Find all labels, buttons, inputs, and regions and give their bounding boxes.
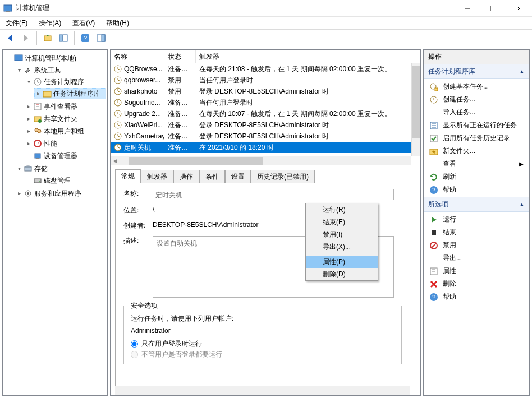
action-refresh[interactable]: 刷新 bbox=[424, 170, 529, 183]
action-icon bbox=[429, 215, 438, 224]
close-button[interactable] bbox=[506, 0, 532, 17]
svg-rect-6 bbox=[44, 36, 51, 41]
task-trigger: 登录 DESKTOP-8E5SLCH\Administrator 时 bbox=[196, 132, 411, 141]
forward-button[interactable] bbox=[19, 31, 33, 45]
svg-rect-1 bbox=[6, 11, 10, 12]
action-icon bbox=[429, 121, 438, 130]
svg-text:?: ? bbox=[432, 187, 435, 193]
actions-pane: 操作 任务计划程序库▲ 创建基本任务...创建任务...导入任务...显示所有正… bbox=[423, 49, 530, 396]
minimize-button[interactable] bbox=[455, 0, 480, 17]
actions-section-selected[interactable]: 所选项 bbox=[428, 200, 448, 209]
menu-help[interactable]: 帮助(H) bbox=[104, 18, 131, 29]
ctx-disable[interactable]: 禁用(I) bbox=[306, 228, 378, 240]
event-icon bbox=[33, 102, 42, 111]
action-create-task[interactable]: 创建任务... bbox=[424, 93, 529, 106]
tab-general[interactable]: 常规 bbox=[115, 169, 141, 183]
task-row[interactable]: 定时关机准备就绪在 2021/3/10 的 18:20 时 bbox=[111, 142, 411, 153]
action-selected-disable[interactable]: 禁用 bbox=[424, 239, 529, 252]
tools-icon bbox=[24, 66, 33, 75]
action-selected-end[interactable]: 结束 bbox=[424, 226, 529, 239]
detail-horizontal-scrollbar[interactable] bbox=[115, 386, 410, 395]
actions-section-library[interactable]: 任务计划程序库 bbox=[428, 67, 475, 76]
ctx-export[interactable]: 导出(X)... bbox=[306, 240, 378, 253]
action-label: 帮助 bbox=[443, 292, 456, 302]
clock-icon bbox=[114, 87, 122, 95]
svg-rect-3 bbox=[490, 6, 496, 11]
col-header-state[interactable]: 状态 bbox=[164, 50, 196, 63]
tree-local-users[interactable]: 本地用户和组 bbox=[44, 126, 84, 136]
up-button[interactable] bbox=[41, 31, 54, 45]
task-row[interactable]: SogouIme...准备就绪当任何用户登录时 bbox=[111, 97, 411, 108]
action-icon: ? bbox=[429, 186, 438, 195]
tree-scheduler-library[interactable]: 任务计划程序库 bbox=[53, 89, 100, 99]
tree-device-manager[interactable]: 设备管理器 bbox=[44, 151, 77, 161]
action-help[interactable]: ?帮助 bbox=[424, 183, 529, 196]
show-hide-tree-button[interactable] bbox=[57, 31, 70, 45]
ctx-delete[interactable]: 删除(D) bbox=[306, 268, 378, 280]
tree-event-viewer[interactable]: 事件查看器 bbox=[44, 101, 77, 112]
tree-tools[interactable]: 系统工具 bbox=[34, 65, 61, 75]
action-selected-export[interactable]: 导出... bbox=[424, 252, 529, 265]
action-label: 属性 bbox=[443, 266, 456, 276]
menu-file[interactable]: 文件(F) bbox=[3, 18, 30, 29]
action-import-task[interactable]: 导入任务... bbox=[424, 106, 529, 119]
task-row[interactable]: XiaoWeiPri...准备就绪登录 DESKTOP-8E5SLCH\Admi… bbox=[111, 119, 411, 131]
task-row[interactable]: sharkphoto禁用登录 DESKTOP-8E5SLCH\Administr… bbox=[111, 86, 411, 97]
field-name[interactable]: 定时关机 bbox=[153, 189, 394, 200]
radio-logged-on-only[interactable] bbox=[131, 340, 138, 348]
help-button[interactable]: ? bbox=[79, 31, 92, 45]
grid-vertical-scrollbar[interactable] bbox=[411, 63, 420, 156]
tree-disk-mgmt[interactable]: 磁盘管理 bbox=[44, 175, 71, 186]
collapse-icon[interactable]: ▲ bbox=[519, 201, 525, 207]
task-row[interactable]: Upgrade 2...准备就绪在每天的 10:07 - 触发后，在 1 天 期… bbox=[111, 108, 411, 119]
tree-performance[interactable]: 性能 bbox=[44, 138, 57, 149]
action-new-folder[interactable]: ★新文件夹... bbox=[424, 145, 529, 158]
svg-rect-60 bbox=[435, 88, 438, 91]
ctx-run[interactable]: 运行(R) bbox=[306, 203, 378, 216]
tree-services[interactable]: 服务和应用程序 bbox=[34, 188, 81, 198]
action-icon bbox=[429, 267, 438, 276]
radio-any-logon bbox=[131, 351, 138, 358]
action-selected-help[interactable]: ?帮助 bbox=[424, 290, 529, 303]
task-state: 准备就绪 bbox=[164, 64, 196, 74]
security-options-group: 安全选项 运行任务时，请使用下列用户帐户: Administrator 只在用户… bbox=[123, 306, 402, 364]
action-enable-history[interactable]: 启用所有任务历史记录 bbox=[424, 132, 529, 145]
svg-rect-28 bbox=[36, 158, 39, 159]
clock-icon bbox=[114, 144, 122, 151]
col-header-name[interactable]: 名称 bbox=[111, 50, 164, 63]
action-icon: ★ bbox=[429, 147, 438, 156]
task-row[interactable]: YxhGametray准备就绪登录 DESKTOP-8E5SLCH\Admini… bbox=[111, 131, 411, 142]
action-label: 创建任务... bbox=[443, 95, 475, 104]
grid-horizontal-scrollbar[interactable]: ◄ bbox=[111, 156, 411, 165]
task-row[interactable]: QQBrowse...准备就绪在每天的 21:08 - 触发后，在 1 天 期间… bbox=[111, 63, 411, 75]
menu-view[interactable]: 查看(V) bbox=[70, 18, 97, 29]
action-selected-run[interactable]: 运行 bbox=[424, 213, 529, 226]
action-show-running[interactable]: 显示所有正在运行的任务 bbox=[424, 119, 529, 132]
svg-rect-8 bbox=[63, 35, 67, 41]
back-button[interactable] bbox=[3, 31, 17, 45]
toggle-pane-button[interactable] bbox=[94, 31, 108, 45]
tree-scheduler[interactable]: 任务计划程序 bbox=[44, 77, 84, 87]
task-grid[interactable]: 名称 状态 触发器 QQBrowse...准备就绪在每天的 21:08 - 触发… bbox=[111, 50, 420, 165]
action-view-submenu[interactable]: 查看▶ bbox=[424, 158, 529, 170]
label-name: 名称: bbox=[123, 189, 153, 198]
task-trigger: 在每天的 10:07 - 触发后，在 1 天 期间每隔 02:00:00 重复一… bbox=[196, 109, 411, 119]
tree-storage[interactable]: 存储 bbox=[34, 164, 48, 174]
collapse-icon[interactable]: ▲ bbox=[519, 68, 525, 75]
tree-root[interactable]: 计算机管理(本地) bbox=[25, 53, 76, 63]
ctx-properties[interactable]: 属性(P) bbox=[306, 256, 378, 268]
menubar: 文件(F) 操作(A) 查看(V) 帮助(H) bbox=[0, 17, 532, 29]
task-name: YxhGametray bbox=[124, 132, 164, 140]
nav-tree[interactable]: 计算机管理(本地) ▾系统工具 ▾任务计划程序 ▸任务计划程序库 ▸事件查看器 … bbox=[2, 49, 108, 396]
action-create-basic-task[interactable]: 创建基本任务... bbox=[424, 80, 529, 93]
menu-action[interactable]: 操作(A) bbox=[36, 18, 63, 29]
col-header-trigger[interactable]: 触发器 bbox=[196, 50, 420, 63]
svg-point-34 bbox=[27, 192, 29, 195]
tree-shared-folders[interactable]: 共享文件夹 bbox=[44, 114, 77, 124]
task-row[interactable]: qqbrowser...禁用当任何用户登录时 bbox=[111, 75, 411, 86]
maximize-button[interactable] bbox=[480, 0, 506, 17]
ctx-end[interactable]: 结束(E) bbox=[306, 216, 378, 228]
label-description: 描述: bbox=[123, 236, 153, 246]
action-selected-properties[interactable]: 属性 bbox=[424, 265, 529, 277]
action-selected-delete[interactable]: 删除 bbox=[424, 277, 529, 290]
